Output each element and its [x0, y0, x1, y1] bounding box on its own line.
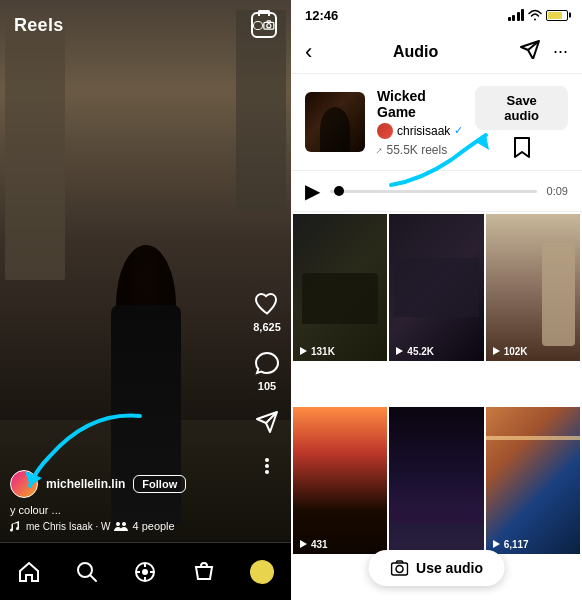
video-grid: 131K 45.2K 102K 431	[291, 212, 582, 600]
audio-row: me Chris Isaak · W 4 people	[10, 520, 241, 532]
svg-point-6	[122, 522, 126, 526]
use-audio-wrap: Use audio	[368, 550, 505, 586]
svg-marker-18	[300, 540, 307, 548]
comment-action[interactable]: 105	[253, 349, 281, 392]
svg-point-4	[265, 470, 269, 474]
svg-point-21	[396, 566, 403, 573]
status-icons	[508, 9, 569, 21]
video-thumb-1[interactable]: 131K	[293, 214, 387, 361]
verified-icon: ✓	[454, 124, 463, 137]
reels-title: Reels	[14, 15, 64, 36]
audio-player: ▶ 0:09	[291, 171, 582, 212]
arrow-icon: ↑	[374, 143, 386, 155]
artist-row: chrisisaak ✓	[377, 123, 463, 139]
battery-fill	[548, 12, 562, 19]
bar1	[508, 17, 511, 21]
back-button[interactable]: ‹	[305, 39, 312, 65]
user-row: michellelin.lin Follow	[10, 470, 241, 498]
svg-point-10	[142, 569, 148, 575]
follow-button[interactable]: Follow	[133, 475, 186, 493]
share-button[interactable]	[519, 39, 541, 64]
heart-icon[interactable]	[253, 290, 281, 318]
bar2	[512, 15, 515, 21]
video-thumb-5[interactable]	[389, 407, 483, 554]
svg-point-1	[267, 24, 271, 28]
reel-user-info: michellelin.lin Follow y colour ... me C…	[10, 470, 241, 532]
battery-icon	[546, 10, 568, 21]
audio-text: me Chris Isaak · W	[26, 521, 110, 532]
stat-count-6: 6,117	[504, 539, 529, 550]
caption-text: y colour ...	[10, 504, 61, 516]
video-stat-2: 45.2K	[394, 346, 434, 357]
music-icon	[10, 520, 22, 532]
svg-point-3	[265, 464, 269, 468]
progress-bar[interactable]	[330, 190, 537, 193]
video-stat-4: 431	[298, 539, 328, 550]
status-time: 12:46	[305, 8, 338, 23]
svg-point-2	[265, 458, 269, 462]
audio-actions: Save audio	[475, 86, 568, 158]
video-thumb-4[interactable]: 431	[293, 407, 387, 554]
people-icon	[114, 520, 128, 532]
people-text: 4 people	[132, 520, 174, 532]
reels-count-row: ↑ 55.5K reels	[377, 143, 463, 157]
more-action[interactable]	[253, 452, 281, 480]
audio-panel: 12:46 ‹ Audio	[291, 0, 582, 600]
nav-shop[interactable]	[184, 552, 224, 592]
duration-text: 0:09	[547, 185, 568, 197]
wifi-icon	[528, 9, 542, 21]
like-count: 8,625	[253, 321, 281, 333]
audio-title: Wicked Game	[377, 88, 463, 120]
nav-reels[interactable]	[125, 552, 165, 592]
svg-marker-17	[493, 347, 500, 355]
bar3	[517, 12, 520, 21]
comment-icon[interactable]	[253, 349, 281, 377]
video-thumb-3[interactable]: 102K	[486, 214, 580, 361]
like-action[interactable]: 8,625	[253, 290, 281, 333]
reel-header: Reels	[0, 12, 291, 38]
play-icon-4	[298, 539, 308, 549]
video-thumb-6[interactable]: 6,117	[486, 407, 580, 554]
video-stat-1: 131K	[298, 346, 335, 357]
ellipsis-icon[interactable]	[253, 452, 281, 480]
more-button[interactable]: ···	[553, 41, 568, 62]
send-icon[interactable]	[253, 408, 281, 436]
signal-icon	[508, 9, 525, 21]
play-button[interactable]: ▶	[305, 179, 320, 203]
audio-thumbnail	[305, 92, 365, 152]
play-icon-6	[491, 539, 501, 549]
caption-row: y colour ...	[10, 504, 241, 516]
page-title: Audio	[393, 43, 438, 61]
play-icon-3	[491, 346, 501, 356]
svg-line-8	[90, 575, 96, 581]
reels-panel: Reels 8,625 105	[0, 0, 291, 600]
nav-profile[interactable]	[242, 552, 282, 592]
video-stat-3: 102K	[491, 346, 528, 357]
progress-dot	[334, 186, 344, 196]
username[interactable]: michellelin.lin	[46, 477, 125, 491]
bookmark-icon[interactable]	[512, 136, 532, 158]
video-thumb-2[interactable]: 45.2K	[389, 214, 483, 361]
nav-search[interactable]	[67, 552, 107, 592]
profile-avatar	[250, 560, 274, 584]
bottom-nav	[0, 542, 291, 600]
use-audio-button[interactable]: Use audio	[368, 550, 505, 586]
camera-icon-btn	[390, 560, 408, 576]
camera-icon[interactable]	[251, 12, 277, 38]
share-action[interactable]	[253, 408, 281, 436]
audio-nav-header: ‹ Audio ···	[291, 30, 582, 74]
play-icon	[298, 346, 308, 356]
stat-count-4: 431	[311, 539, 328, 550]
nav-home[interactable]	[9, 552, 49, 592]
save-audio-button[interactable]: Save audio	[475, 86, 568, 130]
stat-count-2: 45.2K	[407, 346, 434, 357]
use-audio-label: Use audio	[416, 560, 483, 576]
audio-info-section: Wicked Game chrisisaak ✓ ↑ 55.5K reels S…	[291, 74, 582, 171]
stat-count-3: 102K	[504, 346, 528, 357]
reels-count: 55.5K reels	[387, 143, 448, 157]
svg-marker-16	[396, 347, 403, 355]
play-icon-2	[394, 346, 404, 356]
svg-marker-19	[493, 540, 500, 548]
svg-point-5	[116, 522, 120, 526]
svg-marker-15	[300, 347, 307, 355]
